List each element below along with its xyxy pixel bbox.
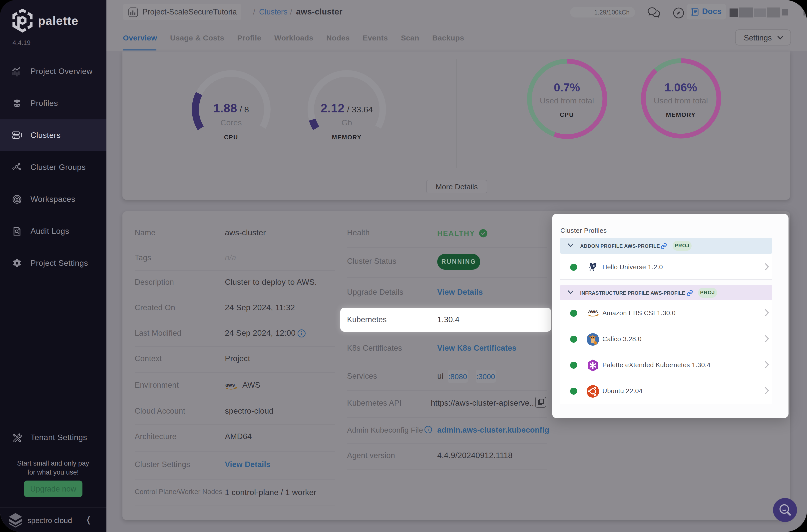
svg-text:aws: aws (225, 382, 235, 387)
svg-text:aws: aws (588, 308, 598, 314)
